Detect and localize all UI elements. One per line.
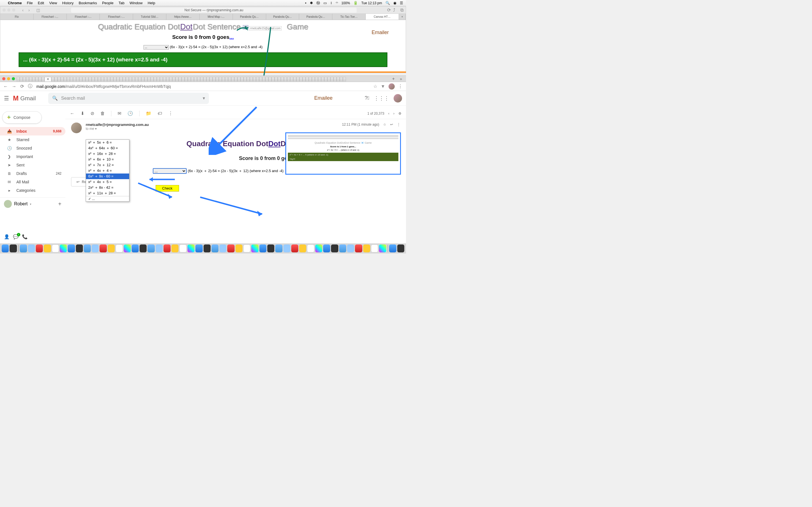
forward-icon[interactable]: › (27, 8, 32, 13)
tiny-tab[interactable] (253, 77, 256, 81)
dock-app[interactable] (179, 244, 186, 252)
tiny-tab[interactable] (306, 77, 309, 81)
sidebar-icon[interactable]: ◫ (36, 8, 41, 13)
tiny-tab[interactable] (138, 77, 141, 81)
tiny-tab[interactable] (169, 77, 172, 81)
tiny-tab[interactable] (179, 77, 182, 81)
equation-dropdown[interactable]: x² ＋ 5x ＋ 6 =4x² ＋ 64x ＋ 60 =x² ＋ 16x ＋ … (86, 139, 130, 202)
dock-app[interactable] (36, 244, 43, 252)
tiny-tab[interactable] (141, 77, 144, 81)
tiny-tab[interactable] (89, 77, 92, 81)
tiny-tab[interactable] (309, 77, 312, 81)
tiny-tab[interactable] (206, 77, 209, 81)
win1-tab[interactable]: Flowchart -… (67, 14, 100, 20)
tiny-tab[interactable] (256, 77, 259, 81)
apps-icon[interactable]: ⋮⋮⋮ (374, 95, 389, 101)
to-line[interactable]: to me ▾ (86, 127, 149, 131)
back-button[interactable]: ← (3, 84, 8, 89)
tiny-tab[interactable] (216, 77, 219, 81)
active-tab-close[interactable]: ✕ (45, 77, 51, 81)
search-dropdown-icon[interactable]: ▾ (203, 96, 205, 101)
win1-traffic-lights[interactable] (3, 8, 15, 11)
tiny-tab[interactable] (334, 77, 337, 81)
sidebar-item-snoozed[interactable]: 🕒Snoozed (0, 144, 65, 152)
tiny-tab[interactable] (241, 77, 244, 81)
tiny-tab[interactable] (126, 77, 129, 81)
sender-avatar[interactable] (71, 122, 82, 133)
tiny-tab[interactable] (290, 77, 293, 81)
dock-app[interactable] (92, 244, 99, 252)
reply-icon[interactable]: ↩ (390, 122, 393, 126)
tiny-tab[interactable] (250, 77, 253, 81)
win1-tab[interactable]: https://www… (166, 14, 200, 20)
archive-icon[interactable]: ⬇ (81, 111, 84, 116)
tiny-tab[interactable] (231, 77, 234, 81)
email-shown[interactable]: rmetcalfe15@gmail.com (249, 26, 282, 31)
title-dot-link[interactable]: Dot (180, 22, 193, 31)
dock-app[interactable] (204, 244, 211, 252)
dock-app[interactable] (100, 244, 107, 252)
tiny-tab[interactable] (259, 77, 262, 81)
back-to-inbox-icon[interactable]: ← (70, 111, 74, 116)
compose-button[interactable]: + Compose (2, 111, 42, 124)
dock-app[interactable] (124, 244, 131, 252)
sidebar-item-sent[interactable]: ➤Sent (0, 161, 65, 169)
clock[interactable]: Tue 12:13 pm (361, 1, 382, 5)
equation-select[interactable]: ... (144, 45, 169, 50)
dock-app[interactable] (195, 244, 202, 252)
tiny-tab[interactable] (203, 77, 206, 81)
tiny-tab[interactable] (76, 77, 79, 81)
sidebar-item-all-mail[interactable]: ✉All Mail (0, 178, 65, 186)
menu-edit[interactable]: Edit (38, 1, 44, 5)
tiny-tab[interactable] (331, 77, 334, 81)
dock-app[interactable] (291, 244, 298, 252)
share-icon[interactable]: ⤴ (393, 8, 395, 13)
tiny-tab[interactable] (92, 77, 95, 81)
check-button[interactable]: Check (156, 185, 179, 191)
tiny-tab[interactable] (222, 77, 225, 81)
help-icon[interactable]: ?⃝ (364, 95, 369, 101)
tiny-tab[interactable] (244, 77, 247, 81)
dock-app[interactable] (2, 244, 9, 252)
dropdown-item[interactable]: x² ＋ 7x ＋ 12 = (86, 162, 129, 168)
hangouts-contact[interactable]: Robert ▾ + (0, 198, 65, 210)
moveto-icon[interactable]: 📁 (146, 111, 151, 116)
tiny-tab[interactable] (238, 77, 241, 81)
tiny-tab[interactable] (271, 77, 274, 81)
from-address[interactable]: rmetcalfe@rjmprogramming.com.au (86, 122, 149, 127)
tiny-tab[interactable] (299, 77, 303, 81)
dock-app[interactable] (84, 244, 91, 252)
dropdown-item[interactable]: x² ＋ 16x ＋ 28 = (86, 151, 129, 157)
dock-app[interactable] (371, 244, 378, 252)
tiny-tab[interactable] (213, 77, 216, 81)
dropdown-item[interactable]: 2x² ＋ 8x - 42 = (86, 185, 129, 190)
tiny-tab[interactable] (82, 77, 86, 81)
url-field[interactable]: mail.google.com/mail/u/0/#inbox/FMfcgxwH… (36, 84, 369, 89)
sidebar-item-starred[interactable]: ★Starred (0, 135, 65, 144)
win1-url[interactable]: Not Secure — rjmprogramming.com.au (71, 8, 357, 13)
tiny-tab[interactable] (17, 77, 20, 81)
dock-app[interactable] (299, 244, 306, 252)
tiny-tab[interactable] (23, 77, 26, 81)
tiny-tab[interactable] (129, 77, 132, 81)
tiny-tab[interactable] (185, 77, 188, 81)
more-icon[interactable]: ⋮ (168, 111, 173, 116)
tiny-tab[interactable] (61, 77, 64, 81)
dock-app[interactable] (68, 244, 75, 252)
battery-icon[interactable]: 🔋 (353, 1, 358, 5)
tiny-tab[interactable] (38, 77, 42, 81)
dock-app[interactable] (307, 244, 314, 252)
tiny-tab[interactable] (228, 77, 231, 81)
tiny-tab[interactable] (343, 77, 346, 81)
tiny-tab[interactable] (32, 77, 35, 81)
dropdown-item[interactable]: x² ＋ 6x ＋ 10 = (86, 157, 129, 162)
tiny-tab[interactable] (86, 77, 89, 81)
label-icon[interactable]: 🏷 (158, 111, 162, 116)
tiny-tab[interactable] (20, 77, 23, 81)
gmail-logo[interactable]: M Gmail (13, 94, 36, 102)
dock-app[interactable] (363, 244, 370, 252)
tiny-tab[interactable] (73, 77, 76, 81)
menubar-app[interactable]: Chrome (8, 1, 22, 5)
tiny-tab[interactable] (194, 77, 197, 81)
tiny-tab[interactable] (284, 77, 287, 81)
